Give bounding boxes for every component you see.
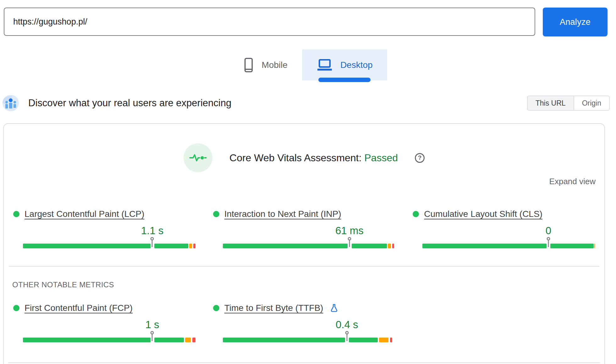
url-bar-row: Analyze — [0, 0, 616, 36]
metric-fcp-header: First Contentful Paint (FCP) — [13, 303, 195, 313]
metric-inp-distribution-bar — [223, 244, 395, 248]
marker-pin-head — [151, 331, 154, 334]
marker-pin-stem — [346, 334, 347, 341]
metric-fcp-link[interactable]: First Contentful Paint (FCP) — [25, 303, 133, 313]
cwv-status-passed: Passed — [364, 152, 398, 163]
bar-segment-good — [223, 244, 348, 248]
metric-cls-link[interactable]: Cumulative Layout Shift (CLS) — [424, 209, 542, 219]
metric-ttfb: Time to First Byte (TTFB)0.4 s — [213, 303, 395, 342]
bar-segment-good — [154, 338, 184, 342]
metric-lcp: Largest Contentful Paint (LCP)1.1 s — [13, 209, 195, 248]
other-metrics-grid: First Contentful Paint (FCP)1 sTime to F… — [4, 303, 604, 342]
bar-segment-good — [223, 338, 345, 342]
metric-cls-value: 0 — [546, 225, 551, 237]
p75-marker — [345, 331, 349, 341]
metric-ttfb-distribution-bar — [223, 338, 395, 342]
metric-ttfb-header: Time to First Byte (TTFB) — [213, 303, 395, 313]
bar-segment-good — [23, 244, 151, 248]
bar-segment-good — [154, 244, 188, 248]
metric-status-dot — [13, 305, 19, 311]
scope-toggle: This URL Origin — [527, 96, 610, 111]
metric-value-row: 1.1 s — [23, 225, 195, 240]
marker-pin-stem — [349, 240, 350, 247]
desktop-laptop-icon — [316, 58, 333, 72]
metric-value-row: 0 — [422, 225, 595, 240]
bar-segment-poor — [193, 244, 195, 248]
section-divider — [9, 266, 599, 267]
marker-pin-stem — [152, 240, 153, 247]
bar-segment-poor — [192, 338, 195, 342]
metric-ttfb-link[interactable]: Time to First Byte (TTFB) — [224, 303, 323, 313]
bar-segment-good — [352, 244, 387, 248]
bar-segment-good — [422, 244, 547, 248]
metric-value-row: 1 s — [23, 319, 195, 334]
metric-fcp: First Contentful Paint (FCP)1 s — [13, 303, 195, 342]
metric-fcp-value: 1 s — [145, 319, 159, 331]
scope-this-url-button[interactable]: This URL — [528, 96, 574, 110]
pagespeed-insights-page: Analyze Mobile Desktop — [0, 0, 616, 364]
mobile-phone-icon — [243, 57, 254, 73]
metric-inp-header: Interaction to Next Paint (INP) — [213, 209, 395, 219]
tab-desktop[interactable]: Desktop — [302, 49, 387, 80]
metric-status-dot — [413, 211, 419, 217]
p75-marker — [151, 331, 154, 341]
metric-ttfb-value: 0.4 s — [336, 319, 358, 331]
metric-inp: Interaction to Next Paint (INP)61 ms — [213, 209, 395, 248]
metric-lcp-distribution-bar — [23, 244, 195, 248]
expand-view-link[interactable]: Expand view — [4, 177, 604, 186]
metric-inp-value: 61 ms — [335, 225, 364, 237]
metric-status-dot — [213, 305, 219, 311]
scope-origin-button[interactable]: Origin — [574, 96, 609, 110]
metric-inp-link[interactable]: Interaction to Next Paint (INP) — [224, 209, 341, 219]
bar-segment-needs_improvement — [189, 244, 192, 248]
analyze-button[interactable]: Analyze — [543, 8, 608, 36]
metric-lcp-link[interactable]: Largest Contentful Paint (LCP) — [25, 209, 144, 219]
experimental-flask-icon[interactable] — [329, 303, 339, 313]
field-data-header: Discover what your real users are experi… — [0, 95, 616, 111]
bar-segment-needs_improvement — [379, 338, 389, 342]
core-metrics-grid: Largest Contentful Paint (LCP)1.1 sInter… — [4, 209, 604, 248]
p75-marker — [151, 237, 154, 247]
device-tabs: Mobile Desktop — [0, 49, 616, 80]
cwv-title: Core Web Vitals Assessment: Passed — [229, 152, 398, 164]
marker-pin-head — [348, 237, 351, 240]
metric-cls: Cumulative Layout Shift (CLS)0 — [413, 209, 595, 248]
bar-segment-needs_improvement — [185, 338, 191, 342]
bar-segment-good — [23, 338, 151, 342]
tab-desktop-label: Desktop — [340, 60, 373, 70]
real-users-icon — [3, 95, 19, 111]
metric-status-dot — [213, 211, 219, 217]
tab-mobile[interactable]: Mobile — [229, 49, 302, 80]
metric-fcp-distribution-bar — [23, 338, 195, 342]
bar-segment-good — [349, 338, 378, 342]
p75-marker — [547, 237, 550, 247]
bar-segment-poor — [390, 338, 392, 342]
url-input[interactable] — [4, 8, 535, 36]
metric-status-dot — [13, 211, 19, 217]
marker-pin-head — [547, 237, 550, 240]
pulse-icon — [184, 143, 212, 172]
metric-lcp-value: 1.1 s — [141, 225, 164, 237]
bottom-divider — [8, 362, 600, 363]
p75-marker — [348, 237, 351, 247]
bar-segment-good — [550, 244, 594, 248]
section-heading: Discover what your real users are experi… — [28, 97, 518, 109]
metric-cls-distribution-bar — [422, 244, 595, 248]
tab-mobile-label: Mobile — [261, 60, 287, 70]
bar-segment-poor — [392, 244, 394, 248]
bar-segment-needs_improvement — [594, 244, 595, 248]
metric-cls-header: Cumulative Layout Shift (CLS) — [413, 209, 595, 219]
cwv-title-text: Core Web Vitals Assessment: — [229, 152, 361, 163]
cwv-assessment-header: Core Web Vitals Assessment: Passed ? — [4, 143, 604, 172]
other-metrics-label: OTHER NOTABLE METRICS — [12, 280, 604, 289]
active-tab-indicator — [318, 78, 371, 82]
marker-pin-stem — [152, 334, 153, 341]
marker-pin-head — [151, 237, 154, 240]
marker-pin-head — [345, 331, 349, 334]
help-icon[interactable]: ? — [415, 153, 425, 163]
field-data-card: Core Web Vitals Assessment: Passed ? Exp… — [3, 123, 605, 364]
metric-value-row: 61 ms — [223, 225, 395, 240]
bar-segment-needs_improvement — [388, 244, 391, 248]
marker-pin-stem — [548, 240, 549, 247]
metric-lcp-header: Largest Contentful Paint (LCP) — [13, 209, 195, 219]
